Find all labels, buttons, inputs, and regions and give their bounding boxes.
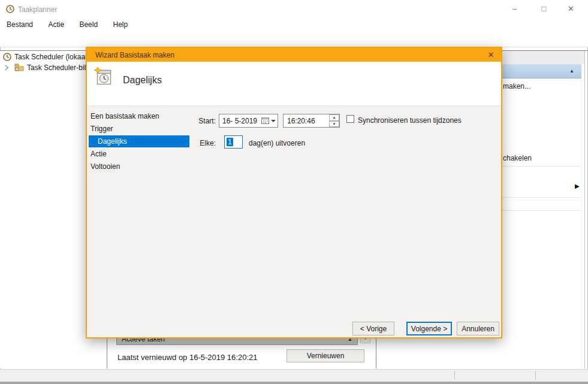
folder-clock-icon: [14, 64, 24, 71]
start-label: Start:: [192, 117, 216, 125]
menu-actie[interactable]: Actie: [41, 18, 71, 31]
taakplanner-window: Taakplanner – □ ✕ Bestand Actie Beeld He…: [0, 0, 588, 384]
basic-task-wizard-dialog: Wizard Basistaak maken ✕ Dagelijks Een b…: [86, 47, 502, 338]
last-refreshed-text: Laatst vernieuwd op 16-5-2019 16:20:21: [117, 353, 257, 362]
wizard-step-create-basic-task: Een basistaak maken: [91, 110, 189, 122]
actions-panel-edge: [584, 51, 585, 368]
statusbar-separator: [535, 371, 536, 380]
toolbar: ?: [0, 31, 588, 47]
statusbar-separator: [454, 371, 455, 380]
every-days-suffix: dag(en) uitvoeren: [249, 139, 305, 147]
app-clock-icon: [6, 5, 14, 15]
cancel-button-label: Annuleren: [462, 325, 494, 333]
action-item-fragment[interactable]: maken...: [503, 82, 530, 90]
refresh-button[interactable]: Vernieuwen: [287, 349, 364, 362]
dialog-header: Dagelijks: [87, 62, 501, 106]
clock-icon: [3, 53, 11, 61]
calendar-dropdown-icon[interactable]: [261, 117, 276, 124]
collapse-up-icon[interactable]: ▲: [569, 68, 574, 74]
dialog-titlebar[interactable]: Wizard Basistaak maken ✕: [87, 48, 501, 62]
window-title: Taakplanner: [18, 5, 57, 14]
every-days-input[interactable]: 1: [224, 135, 243, 149]
sync-timezones-label: Synchroniseren tussen tijdzones: [358, 116, 462, 125]
next-button-label: Volgende >: [411, 325, 447, 333]
time-spin-buttons: ▲ ▼: [329, 114, 339, 127]
menu-bestand[interactable]: Bestand: [0, 18, 40, 31]
start-time-value: 16:20:46: [287, 117, 315, 125]
previous-button-label: < Vorige: [360, 325, 387, 333]
tree-item-label: Task Scheduler-bib: [27, 64, 88, 72]
cancel-button[interactable]: Annuleren: [457, 322, 499, 335]
start-date-picker[interactable]: 16- 5-2019: [219, 114, 278, 128]
spin-up-icon[interactable]: ▲: [329, 114, 339, 121]
refresh-button-label: Vernieuwen: [307, 352, 345, 360]
wizard-step-daily-selected: Dagelijks: [89, 135, 189, 147]
submenu-arrow-icon[interactable]: ▶: [575, 183, 580, 189]
menu-beeld[interactable]: Beeld: [73, 18, 104, 31]
every-label: Elke:: [192, 139, 216, 147]
wizard-step-trigger: Trigger: [91, 123, 189, 135]
every-days-value: 1: [227, 138, 233, 146]
next-button[interactable]: Volgende >: [406, 322, 452, 335]
window-bottom-edge: [0, 382, 588, 384]
sync-timezones-checkbox[interactable]: [346, 115, 354, 123]
start-time-spinner[interactable]: 16:20:46 ▲ ▼: [283, 114, 340, 128]
wizard-task-icon: [93, 66, 113, 89]
chevron-right-icon[interactable]: [4, 65, 9, 71]
menu-help[interactable]: Help: [106, 18, 134, 31]
status-bar: [0, 369, 588, 382]
spin-down-icon[interactable]: ▼: [329, 121, 339, 128]
minimize-button[interactable]: –: [501, 0, 528, 18]
dialog-close-icon[interactable]: ✕: [482, 48, 500, 62]
tree-item-label: Task Scheduler (lokaal: [14, 53, 87, 61]
dialog-title: Wizard Basistaak maken: [95, 51, 174, 59]
start-date-value: 16- 5-2019: [222, 117, 257, 125]
wizard-step-heading: Dagelijks: [123, 75, 162, 86]
menu-bar: Bestand Actie Beeld Help: [0, 18, 588, 31]
maximize-button[interactable]: □: [530, 0, 557, 18]
action-item-fragment[interactable]: chakelen: [503, 154, 532, 162]
window-titlebar: Taakplanner – □ ✕: [0, 0, 588, 18]
close-button[interactable]: ✕: [557, 0, 584, 18]
wizard-step-finish: Voltooien: [91, 161, 189, 173]
wizard-step-action: Actie: [91, 148, 189, 160]
previous-button[interactable]: < Vorige: [352, 322, 394, 335]
